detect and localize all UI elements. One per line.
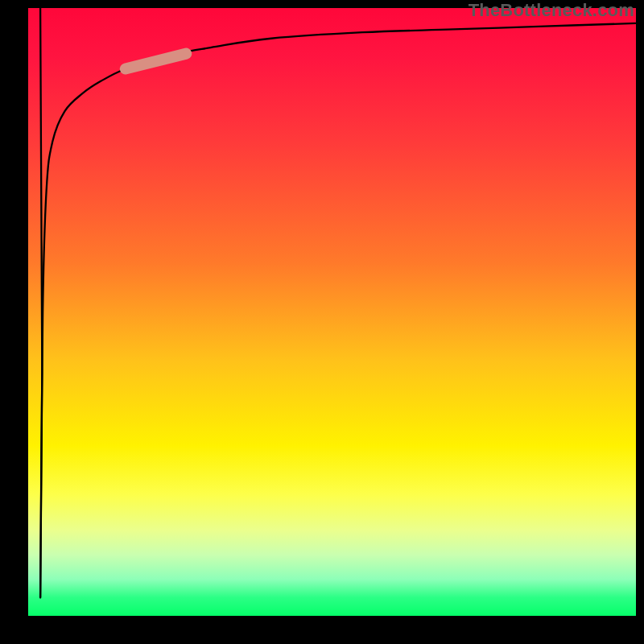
plot-area [28, 8, 636, 616]
bottleneck-curve [40, 23, 636, 597]
highlight-segment [126, 54, 187, 69]
chart-svg [28, 8, 636, 616]
chart-frame: TheBottleneck.com [0, 0, 644, 644]
initial-drop [40, 8, 42, 597]
attribution-label: TheBottleneck.com [469, 0, 634, 21]
